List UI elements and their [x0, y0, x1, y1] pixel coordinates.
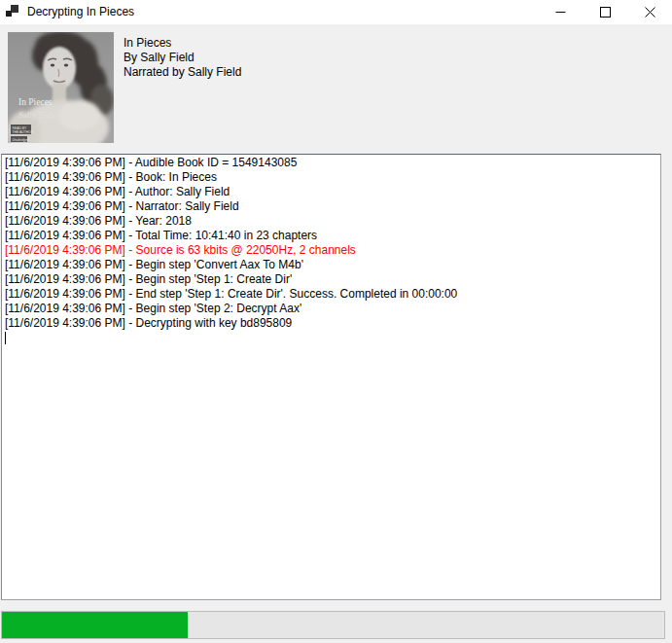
log-line: [11/6/2019 4:39:06 PM] - Narrator: Sally… — [5, 199, 658, 214]
book-cover-art: In Pieces Sally Field READ BY THE AUTHOR… — [8, 32, 114, 143]
minimize-icon — [555, 7, 566, 18]
log-line: [11/6/2019 4:39:06 PM] - Decrypting with… — [5, 316, 658, 331]
maximize-icon — [600, 7, 611, 18]
log-line: [11/6/2019 4:39:06 PM] - End step 'Step … — [5, 287, 658, 302]
minimize-button[interactable] — [538, 0, 583, 24]
log-line: [11/6/2019 4:39:06 PM] - Begin step 'Ste… — [5, 302, 658, 316]
decrypt-window: { "window": { "title": "Decrypting In Pi… — [0, 0, 672, 643]
book-cover-image: In Pieces Sally Field READ BY THE AUTHOR… — [8, 32, 114, 143]
log-line: [11/6/2019 4:39:06 PM] - Total Time: 10:… — [5, 229, 658, 243]
book-author: By Sally Field — [124, 51, 241, 65]
cover-title-text: In Pieces — [18, 97, 53, 107]
cover-neck-shape — [53, 84, 66, 103]
app-icon-square-small — [6, 11, 12, 17]
close-button[interactable] — [627, 0, 672, 24]
cover-readby-line2: THE AUTHOR — [13, 130, 34, 134]
log-textbox[interactable]: [11/6/2019 4:39:06 PM] - Audible Book ID… — [1, 154, 661, 600]
log-line: [11/6/2019 4:39:06 PM] - Book: In Pieces — [5, 170, 658, 185]
title-bar[interactable]: Decrypting In Pieces — [0, 0, 672, 24]
progress-bar — [1, 611, 665, 639]
cover-edition-text: Unabridged — [13, 138, 30, 142]
book-info: In Pieces By Sally Field Narrated by Sal… — [124, 36, 241, 80]
log-line: [11/6/2019 4:39:06 PM] - Begin step 'Con… — [5, 258, 658, 272]
window-title: Decrypting In Pieces — [27, 0, 134, 24]
log-line: [11/6/2019 4:39:06 PM] - Source is 63 kb… — [5, 243, 658, 258]
maximize-button[interactable] — [583, 0, 627, 24]
close-icon — [645, 7, 655, 18]
text-caret — [5, 332, 6, 344]
log-line: [11/6/2019 4:39:06 PM] - Audible Book ID… — [5, 156, 658, 170]
app-icon-square-big — [11, 5, 18, 13]
progress-bar-fill — [2, 612, 188, 638]
log-line: [11/6/2019 4:39:06 PM] - Author: Sally F… — [5, 185, 658, 199]
log-line: [11/6/2019 4:39:06 PM] - Year: 2018 — [5, 214, 658, 229]
app-icon — [6, 5, 18, 18]
log-line: [11/6/2019 4:39:06 PM] - Begin step 'Ste… — [5, 272, 658, 287]
cover-face-shape — [43, 47, 76, 89]
book-title: In Pieces — [124, 36, 241, 51]
book-narrator: Narrated by Sally Field — [124, 65, 241, 80]
cover-author-text: Sally Field — [18, 110, 57, 120]
